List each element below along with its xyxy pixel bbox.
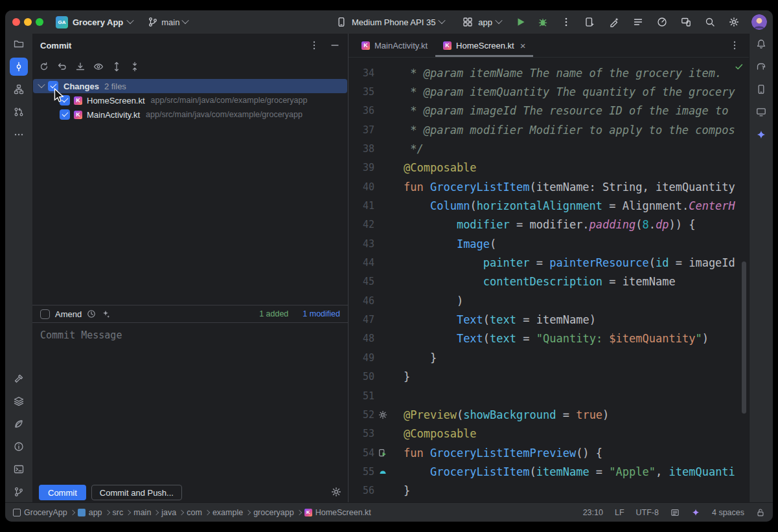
- macos-zoom-button[interactable]: [36, 18, 43, 26]
- commit-button[interactable]: Commit: [39, 485, 86, 500]
- expand-all-button[interactable]: [109, 60, 124, 74]
- run-config-selector[interactable]: [461, 16, 474, 28]
- shelve-button[interactable]: [73, 60, 88, 74]
- project-toolwindow-button[interactable]: [10, 35, 28, 53]
- code-line[interactable]: 52 @Preview(showBackground = true): [349, 405, 749, 424]
- project-widget[interactable]: Grocery App: [73, 17, 123, 27]
- code-line[interactable]: 37 * @param modifier Modifier to apply t…: [349, 120, 749, 139]
- panel-options-kebab-icon[interactable]: [309, 40, 319, 50]
- breadcrumb-item[interactable]: groceryapp: [253, 508, 294, 517]
- code-line[interactable]: 36 * @param imageId The resource ID of t…: [349, 102, 749, 120]
- breadcrumb-item[interactable]: java: [161, 508, 176, 517]
- collapse-all-button[interactable]: [127, 60, 143, 74]
- show-diff-button[interactable]: [91, 60, 106, 74]
- code-line[interactable]: 44 painter = painterResource(id = imageI…: [349, 253, 749, 272]
- user-avatar[interactable]: [751, 14, 767, 30]
- amend-checkbox[interactable]: [40, 309, 50, 319]
- inspections-ok-icon[interactable]: [735, 62, 744, 74]
- code-line[interactable]: 55 GroceryListItem(itemName = "Apple", i…: [349, 462, 749, 481]
- added-count[interactable]: 1 added: [259, 309, 288, 318]
- commit-toolwindow-button[interactable]: [10, 58, 28, 76]
- debug-button[interactable]: [536, 16, 549, 28]
- reader-mode-icon[interactable]: [670, 508, 680, 517]
- device-manager-toolwindow-button[interactable]: [752, 80, 770, 98]
- commit-message-input[interactable]: Commit Message: [32, 322, 348, 483]
- commit-and-push-button[interactable]: Commit and Push...: [91, 485, 182, 500]
- commit-options-button[interactable]: [331, 487, 341, 499]
- changed-file-row[interactable]: K HomeScreen.kt app/src/main/java/com/ex…: [32, 93, 348, 107]
- code-line[interactable]: 38 */: [349, 139, 749, 158]
- code-line[interactable]: 45 contentDescription = itemName: [349, 272, 749, 291]
- search-everywhere-button[interactable]: [704, 16, 716, 28]
- running-devices-button[interactable]: [584, 16, 597, 28]
- problems-toolwindow-button[interactable]: [10, 438, 28, 456]
- encoding-widget[interactable]: UTF-8: [636, 508, 659, 517]
- ai-status-sparkle-icon[interactable]: [691, 508, 700, 517]
- device-manager-button[interactable]: [680, 16, 692, 28]
- more-actions-button[interactable]: [560, 16, 573, 28]
- running-devices-toolwindow-button[interactable]: [752, 103, 770, 121]
- editor-options-button[interactable]: [729, 34, 749, 57]
- terminal-toolwindow-button[interactable]: [10, 460, 28, 478]
- rollback-button[interactable]: [54, 60, 70, 74]
- code-line[interactable]: 35 * @param itemQuantity The quantity of…: [349, 82, 749, 101]
- code-line[interactable]: 39@Composable: [349, 159, 749, 177]
- code-line[interactable]: 46 ): [349, 291, 749, 310]
- build-toolwindow-button[interactable]: [10, 370, 28, 388]
- ai-commit-message-icon[interactable]: [101, 309, 110, 318]
- code-line[interactable]: 42 modifier = modifier.padding(8.dp)) {: [349, 216, 749, 234]
- structure-toolwindow-button[interactable]: [10, 80, 28, 98]
- breadcrumb-item[interactable]: main: [133, 508, 151, 517]
- caret-position-widget[interactable]: 23:10: [583, 508, 603, 517]
- file-checkbox[interactable]: [60, 109, 70, 120]
- close-tab-icon[interactable]: ×: [520, 41, 526, 50]
- breadcrumb-item[interactable]: app: [78, 508, 102, 517]
- build-variants-button[interactable]: [632, 16, 645, 28]
- device-selector[interactable]: [335, 16, 348, 28]
- code-line[interactable]: 50}: [349, 368, 749, 386]
- code-line[interactable]: 56}: [349, 482, 749, 500]
- code-line[interactable]: 47 Text(text = itemName): [349, 310, 749, 329]
- hide-panel-icon[interactable]: [330, 40, 340, 50]
- run-config-label[interactable]: app: [478, 17, 492, 27]
- version-control-toolwindow-button[interactable]: [10, 483, 28, 501]
- breadcrumb-item[interactable]: GroceryApp: [13, 508, 67, 517]
- changes-root-row[interactable]: Changes 2 files: [33, 79, 347, 93]
- history-clock-icon[interactable]: [87, 309, 96, 318]
- vcs-branch-widget[interactable]: main: [148, 17, 188, 27]
- settings-button[interactable]: [727, 16, 740, 28]
- code-line[interactable]: 54 fun GroceryListItemPreview() {: [349, 443, 749, 462]
- refresh-button[interactable]: [36, 60, 52, 74]
- unlock-icon[interactable]: [756, 508, 765, 517]
- breadcrumb-item[interactable]: KHomeScreen.kt: [304, 508, 371, 517]
- indent-widget[interactable]: 4 spaces: [712, 508, 744, 517]
- notifications-button[interactable]: [752, 35, 770, 53]
- breadcrumb-item[interactable]: com: [187, 508, 202, 517]
- code-line[interactable]: 41 Column(horizontalAlignment = Alignmen…: [349, 196, 749, 215]
- editor-tab[interactable]: K MainActivity.kt: [354, 34, 435, 57]
- macos-minimize-button[interactable]: [24, 18, 32, 26]
- code-line[interactable]: 49 }: [349, 348, 749, 367]
- run-button[interactable]: [514, 16, 527, 28]
- code-line[interactable]: 34 * @param itemName The name of the gro…: [349, 63, 749, 82]
- code-line[interactable]: 43 Image(: [349, 234, 749, 253]
- app-quality-insights-button[interactable]: [10, 415, 28, 433]
- gradle-button[interactable]: [752, 58, 770, 76]
- logcat-toolwindow-button[interactable]: [10, 392, 28, 410]
- macos-close-button[interactable]: [12, 18, 20, 26]
- editor-tab[interactable]: K HomeScreen.kt ×: [435, 34, 533, 57]
- breadcrumb-item[interactable]: src: [113, 508, 124, 517]
- more-toolwindows-button[interactable]: [10, 126, 28, 144]
- code-editor[interactable]: 34 * @param itemName The name of the gro…: [349, 58, 749, 502]
- tree-expand-chevron-icon[interactable]: [38, 80, 45, 87]
- device-selector-label[interactable]: Medium Phone API 35: [352, 17, 435, 27]
- code-line[interactable]: 51: [349, 386, 749, 405]
- changed-file-row[interactable]: K MainActivity.kt app/src/main/java/com/…: [32, 107, 348, 122]
- gemini-button[interactable]: [752, 126, 770, 144]
- code-line[interactable]: 53@Composable: [349, 425, 749, 443]
- line-separator-widget[interactable]: LF: [615, 508, 624, 517]
- ai-actions-button[interactable]: [608, 16, 621, 28]
- breadcrumb-item[interactable]: example: [212, 508, 243, 517]
- code-line[interactable]: 40fun GroceryListItem(itemName: String, …: [349, 177, 749, 196]
- code-line[interactable]: 48 Text(text = "Quantity: $itemQuantity"…: [349, 329, 749, 348]
